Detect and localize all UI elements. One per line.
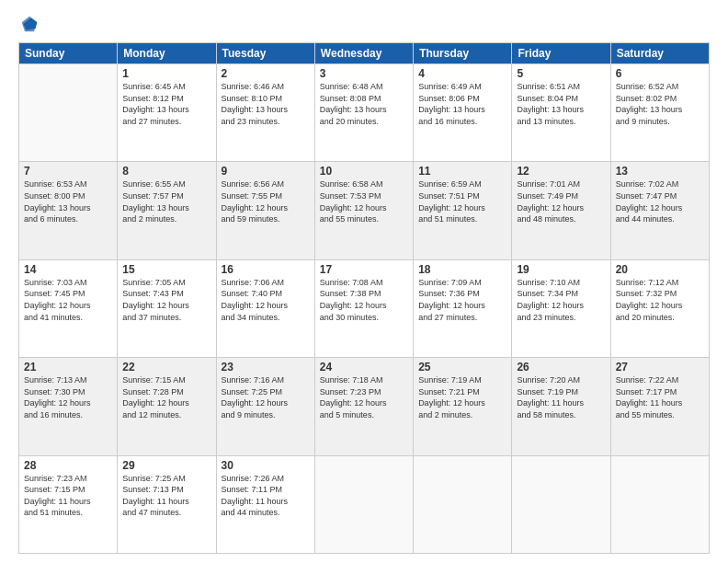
calendar-cell: 17Sunrise: 7:08 AM Sunset: 7:38 PM Dayli…: [314, 259, 413, 357]
calendar-header-thursday: Thursday: [414, 43, 512, 64]
day-number: 8: [122, 165, 210, 178]
calendar-cell: 7Sunrise: 6:53 AM Sunset: 8:00 PM Daylig…: [19, 162, 118, 259]
calendar-cell: 14Sunrise: 7:03 AM Sunset: 7:45 PM Dayli…: [19, 259, 118, 357]
day-number: 10: [320, 165, 408, 178]
day-info: Sunrise: 6:58 AM Sunset: 7:53 PM Dayligh…: [320, 178, 408, 224]
calendar-cell: 16Sunrise: 7:06 AM Sunset: 7:40 PM Dayli…: [216, 259, 314, 357]
calendar-header-friday: Friday: [512, 43, 610, 64]
calendar-cell: 4Sunrise: 6:49 AM Sunset: 8:06 PM Daylig…: [414, 64, 512, 162]
day-info: Sunrise: 6:46 AM Sunset: 8:10 PM Dayligh…: [222, 81, 310, 127]
calendar-cell: [414, 455, 512, 553]
logo-icon: [20, 15, 39, 33]
day-info: Sunrise: 7:15 AM Sunset: 7:28 PM Dayligh…: [122, 374, 210, 420]
calendar-cell: 12Sunrise: 7:01 AM Sunset: 7:49 PM Dayli…: [512, 162, 610, 259]
day-number: 9: [222, 165, 310, 178]
calendar-cell: 23Sunrise: 7:16 AM Sunset: 7:25 PM Dayli…: [216, 358, 314, 455]
calendar-cell: [512, 455, 610, 553]
day-number: 28: [24, 459, 112, 472]
day-info: Sunrise: 7:12 AM Sunset: 7:32 PM Dayligh…: [616, 277, 704, 323]
calendar-cell: 1Sunrise: 6:45 AM Sunset: 8:12 PM Daylig…: [118, 64, 216, 162]
day-number: 21: [24, 361, 112, 373]
calendar-cell: 22Sunrise: 7:15 AM Sunset: 7:28 PM Dayli…: [118, 358, 216, 455]
day-info: Sunrise: 6:59 AM Sunset: 7:51 PM Dayligh…: [418, 178, 506, 224]
day-number: 4: [418, 67, 506, 80]
calendar-cell: 29Sunrise: 7:25 AM Sunset: 7:13 PM Dayli…: [118, 455, 216, 553]
calendar-cell: [610, 455, 709, 553]
calendar-cell: 24Sunrise: 7:18 AM Sunset: 7:23 PM Dayli…: [314, 358, 413, 455]
day-number: 5: [517, 67, 605, 80]
day-number: 18: [418, 263, 506, 276]
day-number: 13: [616, 165, 704, 178]
calendar-cell: [314, 455, 413, 553]
day-info: Sunrise: 7:22 AM Sunset: 7:17 PM Dayligh…: [616, 374, 704, 420]
day-number: 29: [122, 459, 210, 472]
calendar-cell: 19Sunrise: 7:10 AM Sunset: 7:34 PM Dayli…: [512, 259, 610, 357]
calendar-cell: 26Sunrise: 7:20 AM Sunset: 7:19 PM Dayli…: [512, 358, 610, 455]
day-info: Sunrise: 7:06 AM Sunset: 7:40 PM Dayligh…: [222, 277, 310, 323]
calendar-header-tuesday: Tuesday: [216, 43, 314, 64]
calendar-cell: 28Sunrise: 7:23 AM Sunset: 7:15 PM Dayli…: [19, 455, 118, 553]
day-number: 22: [122, 361, 210, 373]
day-number: 14: [24, 263, 112, 276]
day-info: Sunrise: 7:25 AM Sunset: 7:13 PM Dayligh…: [122, 473, 210, 519]
calendar-cell: 25Sunrise: 7:19 AM Sunset: 7:21 PM Dayli…: [414, 358, 512, 455]
calendar-cell: 20Sunrise: 7:12 AM Sunset: 7:32 PM Dayli…: [610, 259, 709, 357]
page: SundayMondayTuesdayWednesdayThursdayFrid…: [0, 0, 728, 563]
day-number: 17: [320, 263, 408, 276]
calendar-header-wednesday: Wednesday: [314, 43, 413, 64]
day-info: Sunrise: 7:26 AM Sunset: 7:11 PM Dayligh…: [222, 473, 310, 519]
calendar-week-row: 1Sunrise: 6:45 AM Sunset: 8:12 PM Daylig…: [19, 64, 710, 162]
day-number: 7: [24, 165, 112, 178]
day-number: 11: [418, 165, 506, 178]
calendar-week-row: 21Sunrise: 7:13 AM Sunset: 7:30 PM Dayli…: [19, 358, 710, 455]
calendar-cell: 13Sunrise: 7:02 AM Sunset: 7:47 PM Dayli…: [610, 162, 709, 259]
day-info: Sunrise: 7:02 AM Sunset: 7:47 PM Dayligh…: [616, 178, 704, 224]
calendar-cell: 27Sunrise: 7:22 AM Sunset: 7:17 PM Dayli…: [610, 358, 709, 455]
calendar-week-row: 28Sunrise: 7:23 AM Sunset: 7:15 PM Dayli…: [19, 455, 710, 553]
calendar-cell: 2Sunrise: 6:46 AM Sunset: 8:10 PM Daylig…: [216, 64, 314, 162]
day-number: 26: [517, 361, 605, 373]
day-info: Sunrise: 6:53 AM Sunset: 8:00 PM Dayligh…: [24, 178, 112, 224]
calendar-cell: 11Sunrise: 6:59 AM Sunset: 7:51 PM Dayli…: [414, 162, 512, 259]
day-number: 24: [320, 361, 408, 373]
calendar-header-sunday: Sunday: [19, 43, 118, 64]
calendar-week-row: 14Sunrise: 7:03 AM Sunset: 7:45 PM Dayli…: [19, 259, 710, 357]
calendar-cell: 6Sunrise: 6:52 AM Sunset: 8:02 PM Daylig…: [610, 64, 709, 162]
day-info: Sunrise: 6:52 AM Sunset: 8:02 PM Dayligh…: [616, 81, 704, 127]
day-info: Sunrise: 7:19 AM Sunset: 7:21 PM Dayligh…: [418, 374, 506, 420]
day-info: Sunrise: 7:08 AM Sunset: 7:38 PM Dayligh…: [320, 277, 408, 323]
calendar-cell: 21Sunrise: 7:13 AM Sunset: 7:30 PM Dayli…: [19, 358, 118, 455]
day-info: Sunrise: 6:49 AM Sunset: 8:06 PM Dayligh…: [418, 81, 506, 127]
calendar-cell: 18Sunrise: 7:09 AM Sunset: 7:36 PM Dayli…: [414, 259, 512, 357]
day-info: Sunrise: 6:51 AM Sunset: 8:04 PM Dayligh…: [517, 81, 605, 127]
day-number: 27: [616, 361, 704, 373]
day-info: Sunrise: 7:03 AM Sunset: 7:45 PM Dayligh…: [24, 277, 112, 323]
day-info: Sunrise: 7:13 AM Sunset: 7:30 PM Dayligh…: [24, 374, 112, 420]
day-info: Sunrise: 6:48 AM Sunset: 8:08 PM Dayligh…: [320, 81, 408, 127]
day-info: Sunrise: 7:01 AM Sunset: 7:49 PM Dayligh…: [517, 178, 605, 224]
day-info: Sunrise: 7:20 AM Sunset: 7:19 PM Dayligh…: [517, 374, 605, 420]
calendar-cell: 8Sunrise: 6:55 AM Sunset: 7:57 PM Daylig…: [118, 162, 216, 259]
day-info: Sunrise: 6:45 AM Sunset: 8:12 PM Dayligh…: [122, 81, 210, 127]
logo-text: [18, 15, 39, 33]
calendar-week-row: 7Sunrise: 6:53 AM Sunset: 8:00 PM Daylig…: [19, 162, 710, 259]
header: [18, 15, 710, 33]
day-info: Sunrise: 7:10 AM Sunset: 7:34 PM Dayligh…: [517, 277, 605, 323]
day-number: 12: [517, 165, 605, 178]
calendar-cell: 9Sunrise: 6:56 AM Sunset: 7:55 PM Daylig…: [216, 162, 314, 259]
day-number: 19: [517, 263, 605, 276]
logo: [18, 15, 39, 33]
day-number: 23: [222, 361, 310, 373]
calendar-table: SundayMondayTuesdayWednesdayThursdayFrid…: [18, 42, 710, 554]
day-number: 30: [222, 459, 310, 472]
day-info: Sunrise: 7:18 AM Sunset: 7:23 PM Dayligh…: [320, 374, 408, 420]
calendar-header-saturday: Saturday: [610, 43, 709, 64]
day-info: Sunrise: 6:56 AM Sunset: 7:55 PM Dayligh…: [222, 178, 310, 224]
calendar-cell: 5Sunrise: 6:51 AM Sunset: 8:04 PM Daylig…: [512, 64, 610, 162]
day-info: Sunrise: 7:16 AM Sunset: 7:25 PM Dayligh…: [222, 374, 310, 420]
day-number: 25: [418, 361, 506, 373]
calendar-header-row: SundayMondayTuesdayWednesdayThursdayFrid…: [19, 43, 710, 64]
calendar-cell: 15Sunrise: 7:05 AM Sunset: 7:43 PM Dayli…: [118, 259, 216, 357]
day-number: 3: [320, 67, 408, 80]
day-info: Sunrise: 7:23 AM Sunset: 7:15 PM Dayligh…: [24, 473, 112, 519]
